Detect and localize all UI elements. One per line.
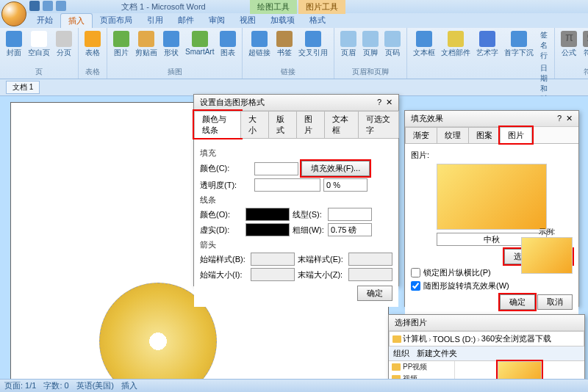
ribbon-btn-空白页[interactable]: 空白页 xyxy=(26,29,51,59)
fill-color-combo[interactable] xyxy=(254,162,298,175)
line-color-combo[interactable] xyxy=(245,208,290,221)
ribbon-label: 剪贴画 xyxy=(135,48,157,58)
ribbon-btn-SmartArt[interactable]: SmartArt xyxy=(184,29,215,57)
transparency-slider[interactable] xyxy=(254,178,320,192)
group-label: 表格 xyxy=(85,67,100,77)
ok-button[interactable]: 确定 xyxy=(500,294,535,310)
ribbon-tabs: 开始插入页面布局引用邮件审阅视图加载项格式 xyxy=(0,13,588,28)
ribbon-group-链接: 超链接书签交叉引用链接 xyxy=(243,28,334,79)
format-autoshape-dialog: 设置自选图形格式 ?✕ 颜色与线条大小版式图片文本框可选文字 填充 颜色(C):… xyxy=(193,94,399,286)
ribbon-label: 首字下沉 xyxy=(504,48,534,58)
title-bar: 文档 1 - Microsoft Word 绘图工具 图片工具 xyxy=(0,0,588,13)
ribbon-btn-公式[interactable]: π公式 xyxy=(559,29,578,59)
dlg-tab-图案[interactable]: 图案 xyxy=(468,127,501,143)
select-picture-dialog: 选择图片 计算机› TOOLS (D:)› 360安全浏览器下载 组织 新建文件… xyxy=(388,314,585,386)
dlg-tab-大小[interactable]: 大小 xyxy=(240,111,269,138)
ribbon-btn-分页[interactable]: 分页 xyxy=(54,29,74,59)
tab-格式[interactable]: 格式 xyxy=(302,13,333,28)
dlg-tab-图片[interactable]: 图片 xyxy=(500,127,532,143)
dialog-body: 图片: 选择图片(L)... 锁定图片纵横比(P) 示例: 随图形旋转填充效果(… xyxy=(405,144,578,316)
tab-审阅[interactable]: 审阅 xyxy=(201,13,232,28)
context-tab-picture[interactable]: 图片工具 xyxy=(298,0,345,14)
status-lang[interactable]: 英语(美国) xyxy=(76,380,114,391)
group-label: 符号 xyxy=(584,67,588,77)
line-section: 线条 xyxy=(200,195,392,206)
status-words[interactable]: 字数: 0 xyxy=(43,380,68,391)
tab-视图[interactable]: 视图 xyxy=(232,13,263,28)
tab-开始[interactable]: 开始 xyxy=(29,13,60,28)
ribbon-btn-剪贴画[interactable]: 剪贴画 xyxy=(134,29,159,59)
ribbon-btn-符号[interactable]: Ω符号 xyxy=(581,29,588,59)
dlg-tab-图片[interactable]: 图片 xyxy=(296,111,325,138)
begin-style-combo[interactable] xyxy=(251,253,295,266)
tab-插入[interactable]: 插入 xyxy=(60,13,93,28)
close-icon[interactable]: ✕ xyxy=(386,98,392,107)
ribbon-btn-表格[interactable]: 表格 xyxy=(83,29,102,59)
help-icon[interactable]: ? xyxy=(377,98,381,107)
transparency-input[interactable] xyxy=(323,178,368,192)
dlg-tab-可选文字[interactable]: 可选文字 xyxy=(358,111,399,138)
redo-icon[interactable] xyxy=(56,1,66,11)
ribbon-label: 图表 xyxy=(220,48,235,58)
ribbon-btn-封面[interactable]: 封面 xyxy=(4,29,24,59)
ribbon-btn-超链接[interactable]: 超链接 xyxy=(247,29,272,59)
dialog-body: 填充 颜色(C): 填充效果(F)... 透明度(T): 线条 颜色(O): 线… xyxy=(194,139,398,307)
ribbon-btn-页脚[interactable]: 页脚 xyxy=(361,29,380,59)
tab-邮件[interactable]: 邮件 xyxy=(171,13,201,28)
dlg-tab-渐变[interactable]: 渐变 xyxy=(405,127,437,143)
dlg-tab-颜色与线条[interactable]: 颜色与线条 xyxy=(194,111,241,138)
cancel-button[interactable]: 取消 xyxy=(537,294,573,310)
tab-加载项[interactable]: 加载项 xyxy=(263,13,302,28)
dlg-tab-版式[interactable]: 版式 xyxy=(268,111,297,138)
save-icon[interactable] xyxy=(29,1,40,11)
office-button[interactable] xyxy=(1,1,26,26)
ribbon-small-签名行[interactable]: 签名行 xyxy=(538,29,550,62)
交叉引用-icon xyxy=(305,31,321,47)
line-style-combo[interactable] xyxy=(328,208,372,221)
ribbon-btn-页码[interactable]: 页码 xyxy=(383,29,402,59)
fill-effects-button[interactable]: 填充效果(F)... xyxy=(301,161,370,176)
文本框-icon xyxy=(416,31,432,47)
ribbon-btn-文档部件[interactable]: 文档部件 xyxy=(440,29,472,59)
ribbon-btn-书签[interactable]: 书签 xyxy=(275,29,294,59)
dlg-tab-文本框[interactable]: 文本框 xyxy=(324,111,359,138)
undo-icon[interactable] xyxy=(43,1,53,11)
ribbon-label: 文本框 xyxy=(413,48,435,58)
begin-size-combo[interactable] xyxy=(251,268,295,281)
ribbon-btn-首字下沉[interactable]: 首字下沉 xyxy=(503,29,535,59)
分页-icon xyxy=(56,31,72,47)
ribbon-btn-交叉引用[interactable]: 交叉引用 xyxy=(297,29,329,59)
ribbon-btn-图表[interactable]: 图表 xyxy=(218,29,237,59)
breadcrumb[interactable]: 计算机› TOOLS (D:)› 360安全浏览器下载 xyxy=(389,331,584,346)
tab-引用[interactable]: 引用 xyxy=(140,13,171,28)
new-folder-button[interactable]: 新建文件夹 xyxy=(417,348,457,359)
dashed-combo[interactable] xyxy=(245,223,290,236)
bc-item[interactable]: TOOLS (D:) xyxy=(433,335,476,344)
tree-item-PP视频[interactable]: PP视频 xyxy=(389,361,454,373)
lock-ratio-checkbox[interactable] xyxy=(411,268,420,277)
ribbon-label: 文档部件 xyxy=(441,48,470,58)
status-mode[interactable]: 插入 xyxy=(121,380,137,391)
ribbon-btn-形状[interactable]: 形状 xyxy=(162,29,181,59)
close-icon[interactable]: ✕ xyxy=(566,114,573,123)
ribbon-btn-艺术字[interactable]: 艺术字 xyxy=(475,29,500,59)
ok-button[interactable]: 确定 xyxy=(357,286,392,301)
ribbon-label: 书签 xyxy=(277,48,292,58)
end-style-combo[interactable] xyxy=(348,253,392,266)
bc-item[interactable]: 计算机 xyxy=(403,333,427,344)
context-tab-drawing[interactable]: 绘图工具 xyxy=(250,0,297,14)
tab-页面布局[interactable]: 页面布局 xyxy=(93,13,140,28)
符号-icon: Ω xyxy=(583,31,588,47)
ribbon-btn-页眉[interactable]: 页眉 xyxy=(339,29,358,59)
organize-button[interactable]: 组织 xyxy=(393,348,409,359)
weight-input[interactable] xyxy=(328,223,372,236)
help-icon[interactable]: ? xyxy=(557,114,562,123)
end-size-combo[interactable] xyxy=(348,268,392,281)
document-tab[interactable]: 文档 1 xyxy=(6,81,40,94)
rotate-fill-checkbox[interactable] xyxy=(411,281,420,291)
bc-item[interactable]: 360安全浏览器下载 xyxy=(481,333,551,344)
ribbon-btn-文本框[interactable]: 文本框 xyxy=(412,29,437,59)
status-page[interactable]: 页面: 1/1 xyxy=(4,380,36,391)
ribbon-btn-图片[interactable]: 图片 xyxy=(112,29,131,59)
dlg-tab-纹理[interactable]: 纹理 xyxy=(437,127,469,143)
